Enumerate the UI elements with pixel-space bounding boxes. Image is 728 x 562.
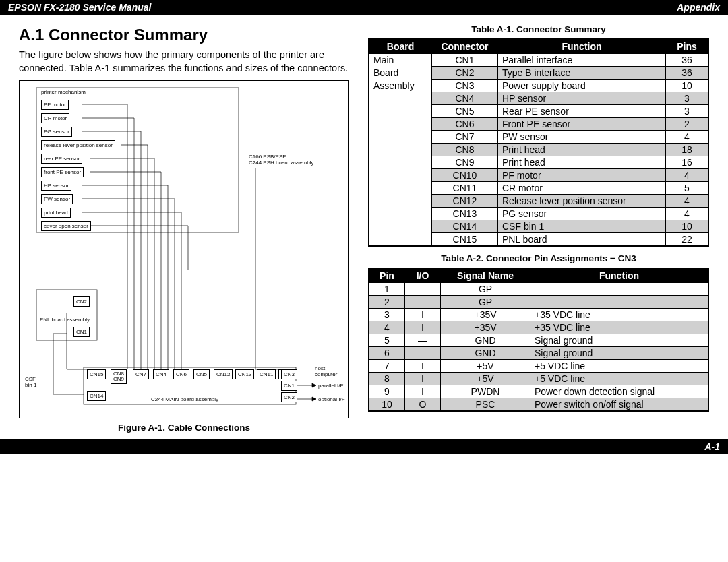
page-body: A.1 Connector Summary The figure below s… — [0, 15, 728, 439]
ph-box: print head — [41, 208, 71, 218]
figure-caption: Figure A-1. Cable Connections — [19, 423, 349, 433]
hp-box: HP sensor — [41, 181, 71, 191]
rpe-box: rear PE sensor — [41, 154, 82, 164]
intro-text: The figure below shows how the primary c… — [19, 49, 349, 75]
cn14: CN14 — [87, 391, 106, 401]
opt-label: optional I/F — [318, 396, 345, 402]
table-row: 7I+5V+5 VDC line — [369, 360, 708, 373]
table-pin-assignments: Pin I/O Signal Name Function 1—GP—2—GP—3… — [368, 268, 709, 412]
table-row: CN13PG sensor4 — [369, 208, 708, 220]
header-left: EPSON FX-2180 Service Manual — [8, 0, 151, 15]
table-row: CN4HP sensor3 — [369, 92, 708, 105]
table2-caption: Table A-2. Connector Pin Assignments − C… — [368, 253, 709, 263]
cn11: CN11 — [257, 369, 276, 379]
table1-header-row: Board Connector Function Pins — [369, 39, 708, 54]
table-row: 2—GP— — [369, 296, 708, 309]
table-row: 3I+35V+35 VDC line — [369, 309, 708, 321]
table-row: 9IPWDNPower down detection signal — [369, 385, 708, 398]
figure-diagram: printer mechanism PF motor CR motor PG s… — [19, 80, 349, 418]
pnl-cn1: CN1 — [73, 327, 90, 337]
pf-box: PF motor — [41, 100, 69, 110]
cn12: CN12 — [214, 369, 233, 379]
table-row: AssemblyCN3Power supply board10 — [369, 80, 708, 92]
cn13: CN13 — [235, 369, 254, 379]
pw-box: PW sensor — [41, 194, 73, 204]
table-row: CN11CR motor5 — [369, 182, 708, 195]
table-row: CN8Print head18 — [369, 144, 708, 156]
cr-box: CR motor — [41, 113, 69, 123]
cn7: CN7 — [133, 369, 149, 379]
table1-caption: Table A-1. Connector Summary — [368, 24, 709, 34]
header-right: Appendix — [677, 0, 720, 15]
cn5: CN5 — [193, 369, 210, 379]
cn3b: CN3 — [281, 369, 297, 379]
mech-label: printer mechanism — [41, 89, 86, 95]
host-label: host computer — [315, 365, 337, 377]
table-row: MainCN1Parallel interface36 — [369, 54, 708, 67]
page-title: A.1 Connector Summary — [19, 26, 349, 44]
page-number: A-1 — [704, 441, 720, 452]
par-label: parallel I/F — [318, 383, 343, 389]
table-row: 8I+5V+5 VDC line — [369, 373, 708, 385]
table-connector-summary: Board Connector Function Pins MainCN1Par… — [368, 38, 709, 247]
table-row: 6—GNDSignal ground — [369, 347, 708, 360]
pnl-cn2: CN2 — [73, 296, 90, 307]
fpe-box: front PE sensor — [41, 167, 84, 177]
table-row: CN14CSF bin 110 — [369, 220, 708, 233]
table-row: CN12Release lever position sensor4 — [369, 195, 708, 208]
cn15: CN15 — [87, 369, 106, 379]
table2-header-row: Pin I/O Signal Name Function — [369, 268, 708, 283]
table-row: CN15PNL board22 — [369, 233, 708, 247]
co-box: cover open sensor — [41, 221, 91, 231]
table-row: 1—GP— — [369, 283, 708, 296]
psb-label: C166 PSB/PSE C244 PSH board assembly — [249, 154, 314, 166]
table-row: 5—GNDSignal ground — [369, 334, 708, 347]
svg-marker-0 — [312, 383, 316, 387]
rl-box: release lever position sensor — [41, 140, 115, 150]
table-row: CN5Rear PE sensor3 — [369, 105, 708, 118]
table-row: BoardCN2Type B interface36 — [369, 67, 708, 80]
table-row: CN7PW sensor4 — [369, 131, 708, 144]
table-row: CN10PF motor4 — [369, 169, 708, 182]
pg-box: PG sensor — [41, 127, 72, 137]
table-row: CN9Print head16 — [369, 156, 708, 169]
svg-marker-1 — [312, 397, 316, 401]
footer-bar: A-1 — [0, 439, 728, 454]
csf-label: CSF bin 1 — [25, 376, 36, 388]
pnl-label: PNL board assembly — [40, 317, 90, 323]
cn4: CN4 — [153, 369, 169, 379]
table-row: 4I+35V+35 VDC line — [369, 321, 708, 334]
table-row: 10OPSCPower switch on/off signal — [369, 398, 708, 412]
main-label: C244 MAIN board assembly — [151, 396, 218, 402]
cn1m: CN1 — [281, 381, 297, 391]
cn2m: CN2 — [281, 392, 297, 402]
cn6: CN6 — [173, 369, 189, 379]
table-row: CN6Front PE sensor2 — [369, 118, 708, 131]
cn8: CN8CN9 — [111, 369, 127, 384]
header-bar: EPSON FX-2180 Service Manual Appendix — [0, 0, 728, 15]
